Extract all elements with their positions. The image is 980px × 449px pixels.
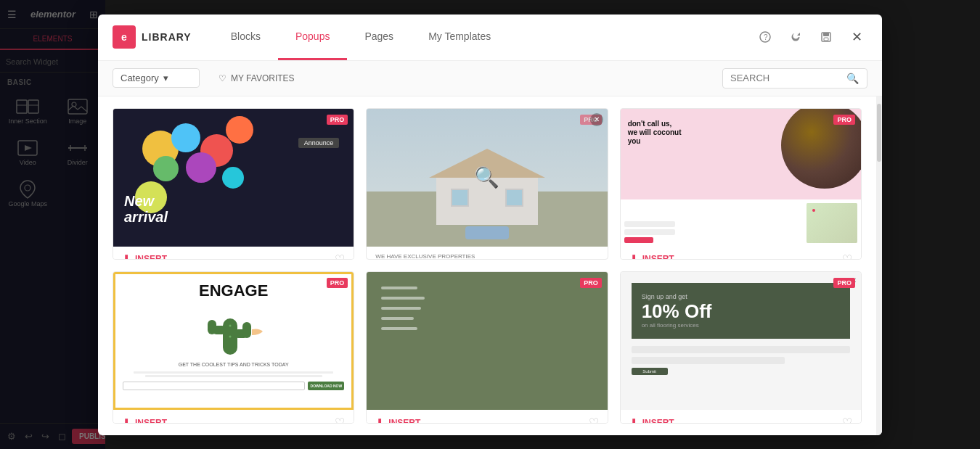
modal-tabs: Blocks Popups Pages My Templates (213, 15, 754, 60)
insert-icon-engage: ⬇ (122, 417, 131, 424)
template-card-new-arrival[interactable]: PRO Announce Newarrival (113, 108, 354, 260)
modal-title: LIBRARY (142, 31, 192, 43)
template-card-coconut[interactable]: PRO don't call us,we will coconutyou (620, 108, 862, 260)
favorite-icon-engage[interactable]: ♡ (335, 416, 345, 424)
new-arrival-text: Newarrival (124, 193, 168, 225)
svg-point-24 (229, 336, 231, 338)
modal-close-button[interactable]: ✕ (846, 26, 867, 48)
template-image-discount: PRO ✕ Sign up and get 10% Off on all flo… (621, 272, 861, 410)
modal-logo-icon: e (113, 25, 136, 49)
modal-header-actions: ? ✕ (754, 26, 867, 48)
template-card-green[interactable]: PRO (366, 271, 608, 424)
svg-rect-16 (824, 38, 828, 41)
library-modal: e LIBRARY Blocks Popups Pages My Templat… (98, 15, 882, 435)
favorites-button[interactable]: ♡ MY FAVORITES (211, 70, 302, 87)
template-image-new-arrival: PRO Announce Newarrival (113, 109, 354, 247)
category-chevron-icon: ▾ (163, 73, 168, 83)
svg-point-23 (229, 325, 231, 327)
favorite-icon-discount[interactable]: ♡ (842, 416, 852, 424)
modal-overlay: e LIBRARY Blocks Popups Pages My Templat… (0, 0, 980, 449)
category-label: Category (121, 73, 159, 83)
modal-header: e LIBRARY Blocks Popups Pages My Templat… (98, 15, 882, 61)
insert-button-engage[interactable]: ⬇ INSERT (122, 417, 167, 424)
insert-label: INSERT (135, 254, 167, 260)
insert-button-discount[interactable]: ⬇ INSERT (629, 417, 674, 424)
card-actions-new-arrival: ⬇ INSERT ♡ (113, 247, 354, 260)
card-actions-coconut: ⬇ INSERT ♡ (621, 247, 861, 260)
heart-icon: ♡ (219, 73, 226, 83)
close-x-icon[interactable]: ✕ (590, 113, 603, 126)
svg-rect-20 (208, 320, 216, 334)
search-input[interactable] (730, 73, 846, 83)
category-dropdown[interactable]: Category ▾ (113, 68, 200, 88)
insert-label-green: INSERT (388, 418, 420, 424)
modal-content-area: PRO Announce Newarrival (98, 96, 882, 435)
help-icon-btn[interactable]: ? (754, 26, 776, 48)
template-card-discount[interactable]: PRO ✕ Sign up and get 10% Off on all flo… (620, 271, 862, 424)
tab-my-templates[interactable]: My Templates (411, 15, 508, 60)
tab-pages[interactable]: Pages (347, 15, 411, 60)
templates-grid: PRO Announce Newarrival (98, 96, 876, 435)
template-image-engage: PRO ENGAGE (113, 272, 354, 410)
card-actions-green: ⬇ INSERT ♡ (367, 410, 607, 424)
insert-button-coconut[interactable]: ⬇ INSERT (629, 253, 674, 260)
svg-rect-15 (823, 33, 829, 36)
insert-label-coconut: INSERT (642, 254, 674, 260)
search-icon: 🔍 (846, 73, 859, 84)
favorite-icon-green[interactable]: ♡ (589, 416, 599, 424)
template-image-coconut: PRO don't call us,we will coconutyou (621, 109, 861, 247)
scrollbar-thumb[interactable] (877, 104, 881, 162)
insert-icon-green: ⬇ (375, 417, 384, 424)
insert-label-discount: INSERT (642, 418, 674, 424)
insert-icon-discount: ⬇ (629, 417, 638, 424)
refresh-icon-btn[interactable] (785, 26, 807, 48)
pro-badge-coconut: PRO (833, 115, 855, 125)
pro-badge-green: PRO (580, 278, 602, 288)
insert-button-new-arrival[interactable]: ⬇ INSERT (122, 253, 167, 260)
real-estate-description: WE HAVE EXCLUSIVE PROPERTIESJUST FOR YOU… (367, 247, 607, 260)
save-icon-btn[interactable] (815, 26, 837, 48)
magnify-overlay: 🔍 (367, 109, 607, 247)
insert-icon: ⬇ (122, 253, 131, 260)
tab-blocks[interactable]: Blocks (213, 15, 278, 60)
pro-badge: PRO (327, 115, 348, 125)
template-image-green: PRO (367, 272, 607, 410)
favorite-icon-coconut[interactable]: ♡ (842, 252, 852, 260)
pro-badge-discount: PRO (833, 278, 855, 288)
magnify-icon: 🔍 (474, 165, 499, 189)
announce-tag: Announce (298, 138, 340, 148)
svg-text:?: ? (764, 33, 768, 41)
card-actions-discount: ⬇ INSERT ♡ (621, 410, 861, 424)
modal-logo: e LIBRARY (113, 25, 192, 49)
insert-icon-coconut: ⬇ (629, 253, 638, 260)
pro-badge-engage: PRO (327, 278, 348, 288)
scrollbar-track (876, 96, 882, 435)
svg-rect-22 (242, 322, 251, 338)
favorites-label: MY FAVORITES (231, 73, 295, 83)
template-image-real-estate: PRO ✕ (367, 109, 607, 247)
modal-toolbar: Category ▾ ♡ MY FAVORITES 🔍 (98, 61, 882, 96)
search-box: 🔍 (722, 68, 867, 88)
template-card-real-estate[interactable]: PRO ✕ (366, 108, 608, 260)
insert-button-green[interactable]: ⬇ INSERT (375, 417, 420, 424)
tab-popups[interactable]: Popups (278, 15, 347, 60)
favorite-icon-new-arrival[interactable]: ♡ (335, 252, 345, 260)
card-actions-engage: ⬇ INSERT ♡ (113, 410, 354, 424)
template-card-engage[interactable]: PRO ENGAGE (113, 271, 354, 424)
insert-label-engage: INSERT (135, 418, 167, 424)
